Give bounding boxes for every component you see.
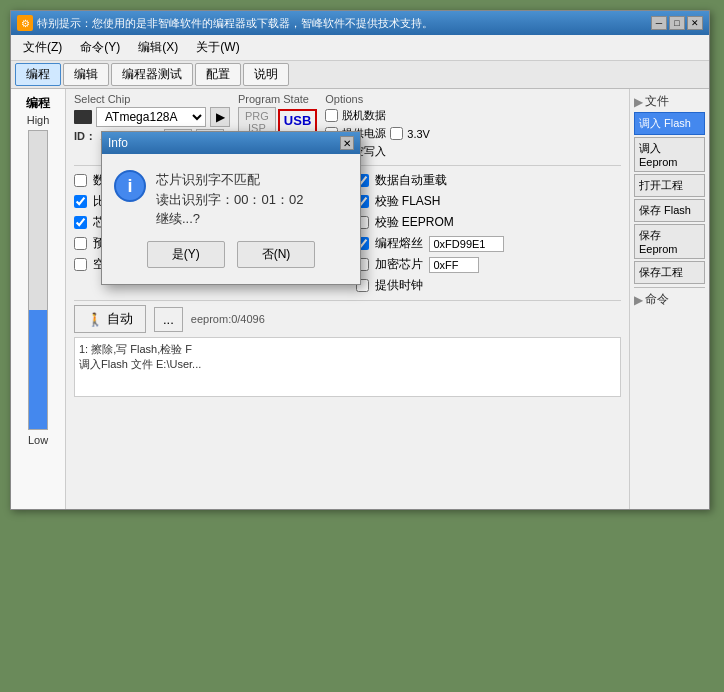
dialog-buttons: 是(Y) 否(N) — [114, 241, 348, 276]
info-icon: i — [114, 170, 146, 202]
dialog-title: Info — [108, 136, 128, 150]
dialog-close-button[interactable]: ✕ — [340, 136, 354, 150]
dialog-line1: 芯片识别字不匹配 — [156, 170, 303, 190]
info-dialog: Info ✕ i 芯片识别字不匹配 读出识别字：00：01：02 继续...? … — [101, 131, 361, 285]
dialog-content-row: i 芯片识别字不匹配 读出识别字：00：01：02 继续...? — [114, 170, 348, 229]
dialog-line2: 读出识别字：00：01：02 — [156, 190, 303, 210]
dialog-body: i 芯片识别字不匹配 读出识别字：00：01：02 继续...? 是(Y) 否(… — [102, 154, 360, 284]
dialog-no-button[interactable]: 否(N) — [237, 241, 316, 268]
dialog-message: 芯片识别字不匹配 读出识别字：00：01：02 继续...? — [156, 170, 303, 229]
dialog-yes-button[interactable]: 是(Y) — [147, 241, 225, 268]
main-window: ⚙ 特别提示：您使用的是非智峰软件的编程器或下载器，智峰软件不提供技术支持。 ─… — [10, 10, 710, 510]
dialog-line3: 继续...? — [156, 209, 303, 229]
dialog-title-bar: Info ✕ — [102, 132, 360, 154]
dialog-overlay: Info ✕ i 芯片识别字不匹配 读出识别字：00：01：02 继续...? … — [11, 11, 709, 509]
